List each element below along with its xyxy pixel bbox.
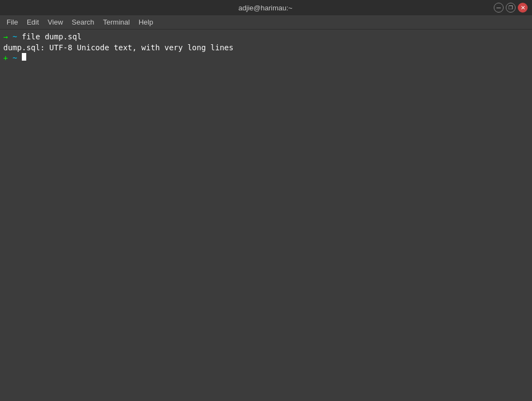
- menu-search[interactable]: Search: [67, 16, 98, 28]
- terminal-line-1: → ~ file dump.sql: [3, 32, 529, 43]
- close-button[interactable]: ✕: [518, 3, 528, 13]
- menu-file[interactable]: File: [2, 16, 22, 28]
- minimize-button[interactable]: ─: [494, 3, 504, 13]
- prompt-arrow-2: +: [3, 53, 8, 64]
- restore-button[interactable]: ❐: [506, 3, 516, 13]
- terminal-line-2: dump.sql: UTF-8 Unicode text, with very …: [3, 43, 529, 54]
- prompt-tilde-1: ~: [13, 32, 17, 43]
- terminal-window: adjie@harimau:~ ─ ❐ ✕ File Edit View Sea…: [0, 0, 532, 401]
- menu-help[interactable]: Help: [134, 16, 158, 28]
- prompt-tilde-2: ~: [13, 53, 17, 64]
- menu-view[interactable]: View: [43, 16, 67, 28]
- command-text-1: file dump.sql: [17, 32, 81, 43]
- menu-edit[interactable]: Edit: [22, 16, 43, 28]
- terminal-line-3: + ~: [3, 53, 529, 64]
- output-text-1: dump.sql: UTF-8 Unicode text, with very …: [3, 43, 233, 54]
- menu-terminal[interactable]: Terminal: [99, 16, 134, 28]
- title-bar: adjie@harimau:~ ─ ❐ ✕: [0, 0, 532, 15]
- menu-bar: File Edit View Search Terminal Help: [0, 15, 532, 30]
- window-controls: ─ ❐ ✕: [494, 3, 528, 13]
- window-title: adjie@harimau:~: [37, 4, 494, 12]
- terminal-cursor: [22, 53, 26, 61]
- prompt-arrow-1: →: [3, 32, 8, 43]
- terminal-content[interactable]: → ~ file dump.sql dump.sql: UTF-8 Unicod…: [0, 30, 532, 401]
